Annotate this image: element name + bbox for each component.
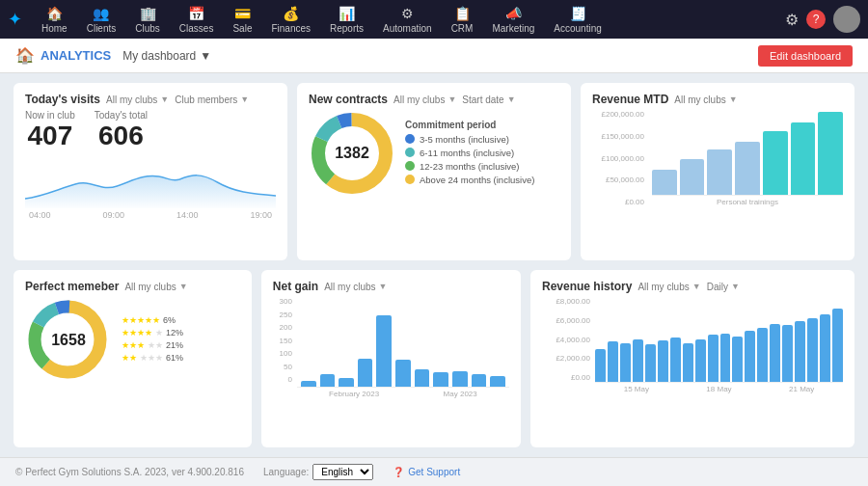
perfect-member-card: Perfect memeber All my clubs ▼ 1658 <box>14 270 252 447</box>
perfect-2star: ★★★★★ 61% <box>122 353 183 363</box>
revhist-title: Revenue history All my clubs ▼ Daily ▼ <box>542 280 843 293</box>
dropdown-arrow-icon: ▼ <box>200 49 211 63</box>
marketing-icon: 📣 <box>505 6 522 21</box>
revenue-mtd-title: Revenue MTD All my clubs ▼ <box>592 93 843 106</box>
top-row: Today's visits All my clubs ▼ Club membe… <box>14 83 854 260</box>
visits-filter[interactable]: All my clubs ▼ <box>106 94 169 105</box>
legend-item-1: 3-5 months (inclusive) <box>405 134 534 145</box>
revenue-history-card: Revenue history All my clubs ▼ Daily ▼ £… <box>530 270 854 447</box>
visits-line-chart <box>25 155 276 208</box>
nav-right-controls: ⚙ ? <box>785 6 860 33</box>
accounting-icon: 🧾 <box>570 6 586 21</box>
nav-automation[interactable]: ⚙ Automation <box>375 2 440 38</box>
clubs-icon: 🏢 <box>140 6 156 21</box>
netgain-chart-wrapper: 300 250 200 150 100 50 0 <box>273 297 509 398</box>
support-icon: ❓ <box>393 467 404 477</box>
revhist-bars <box>595 301 843 383</box>
contracts-filter2-down-icon: ▼ <box>507 94 516 104</box>
visits-filter2-down-icon: ▼ <box>240 94 249 104</box>
legend-item-3: 12-23 months (inclusive) <box>405 161 534 172</box>
revenue-mtd-card: Revenue MTD All my clubs ▼ £200,000.00 £… <box>581 83 854 260</box>
revenue-filter-down-icon: ▼ <box>729 94 738 104</box>
footer-support[interactable]: ❓ Get Support <box>393 467 460 477</box>
revhist-y-labels: £8,000.00 £6,000.00 £4,000.00 £2,000.00 … <box>542 297 592 382</box>
legend-item-4: Above 24 months (inclusive) <box>405 175 534 185</box>
netgain-title: Net gain All my clubs ▼ <box>273 280 509 293</box>
nav-home[interactable]: 🏠 Home <box>34 2 75 38</box>
reports-icon: 📊 <box>339 6 355 21</box>
contracts-filter2[interactable]: Start date ▼ <box>462 94 515 105</box>
main-content: Today's visits All my clubs ▼ Club membe… <box>0 73 868 457</box>
finances-icon: 💰 <box>283 6 299 21</box>
analytics-label: 🏠 ANALYTICS <box>15 46 111 65</box>
perfect-legend: ★★★★★ 6% ★★★★★ 12% ★★★★★ 21% ★★★★★ 61% <box>122 315 183 365</box>
perfect-donut: 1658 <box>25 297 112 384</box>
help-icon[interactable]: ? <box>806 10 826 29</box>
contracts-filter[interactable]: All my clubs ▼ <box>393 94 456 105</box>
contracts-legend: Commitment period 3-5 months (inclusive)… <box>405 120 534 188</box>
visits-filter2[interactable]: Club members ▼ <box>175 94 249 105</box>
visits-filter-down-icon: ▼ <box>160 94 169 104</box>
revenue-filter[interactable]: All my clubs ▼ <box>674 94 737 105</box>
dashboard-selector[interactable]: My dashboard ▼ <box>122 49 211 63</box>
netgain-filter-down-icon: ▼ <box>379 282 388 291</box>
revhist-filter2-down-icon: ▼ <box>731 282 740 291</box>
perfect-inner: 1658 ★★★★★ 6% ★★★★★ 12% ★★★★★ 21% <box>25 297 240 384</box>
perfect-title: Perfect memeber All my clubs ▼ <box>25 280 240 293</box>
revhist-x-labels: 15 May 18 May 21 May <box>595 385 843 393</box>
crm-icon: 📋 <box>454 6 471 21</box>
nav-classes[interactable]: 📅 Classes <box>172 2 222 38</box>
nav-marketing[interactable]: 📣 Marketing <box>484 2 542 38</box>
contracts-donut: 1382 <box>309 110 395 197</box>
visits-x-labels: 04:00 09:00 14:00 19:00 <box>25 210 276 220</box>
visits-numbers: Now in club 407 Today's total 606 <box>25 110 276 151</box>
revenue-y-labels: £200,000.00 £150,000.00 £100,000.00 £50,… <box>592 110 648 206</box>
netgain-bars <box>297 301 509 388</box>
nav-accounting[interactable]: 🧾 Accounting <box>546 2 609 38</box>
contracts-inner: 1382 Commitment period 3-5 months (inclu… <box>309 110 559 197</box>
perfect-filter-down-icon: ▼ <box>179 282 188 291</box>
revhist-filter[interactable]: All my clubs ▼ <box>637 282 700 292</box>
netgain-y-labels: 300 250 200 150 100 50 0 <box>273 297 294 384</box>
revhist-chart-wrapper: £8,000.00 £6,000.00 £4,000.00 £2,000.00 … <box>542 297 843 393</box>
classes-icon: 📅 <box>188 6 204 21</box>
edit-dashboard-button[interactable]: Edit dashboard <box>758 45 853 67</box>
perfect-3star: ★★★★★ 21% <box>122 340 183 350</box>
visits-card: Today's visits All my clubs ▼ Club membe… <box>14 83 287 260</box>
nav-crm[interactable]: 📋 CRM <box>444 2 481 38</box>
nav-clients[interactable]: 👥 Clients <box>79 2 124 38</box>
home-icon: 🏠 <box>46 6 63 21</box>
language-select[interactable]: English <box>312 464 373 480</box>
contracts-title: New contracts All my clubs ▼ Start date … <box>309 93 559 106</box>
visits-now: Now in club 407 <box>25 110 75 151</box>
contracts-total: 1382 <box>335 145 369 162</box>
net-gain-card: Net gain All my clubs ▼ 300 250 200 150 … <box>261 270 521 447</box>
nav-finances[interactable]: 💰 Finances <box>263 2 318 38</box>
contracts-card: New contracts All my clubs ▼ Start date … <box>297 83 571 260</box>
perfect-4star: ★★★★★ 12% <box>122 328 183 338</box>
revenue-chart-area: £200,000.00 £150,000.00 £100,000.00 £50,… <box>592 110 843 206</box>
user-avatar[interactable] <box>833 6 860 33</box>
clients-icon: 👥 <box>93 6 109 21</box>
logo-icon[interactable]: ✦ <box>8 9 22 30</box>
nav-clubs[interactable]: 🏢 Clubs <box>127 2 168 38</box>
automation-icon: ⚙ <box>401 6 414 21</box>
netgain-x-labels: February 2023 May 2023 <box>297 390 509 398</box>
perfect-filter[interactable]: All my clubs ▼ <box>124 282 187 292</box>
revhist-filter2[interactable]: Daily ▼ <box>707 282 740 292</box>
nav-reports[interactable]: 📊 Reports <box>322 2 371 38</box>
visits-total: Today's total 606 <box>95 110 148 151</box>
contracts-filter-down-icon: ▼ <box>448 94 456 104</box>
analytics-icon: 🏠 <box>15 46 35 65</box>
legend-item-2: 6-11 months (inclusive) <box>405 148 534 158</box>
nav-sale[interactable]: 💳 Sale <box>225 2 259 38</box>
bottom-row: Perfect memeber All my clubs ▼ 1658 <box>14 270 854 447</box>
settings-icon[interactable]: ⚙ <box>785 11 799 29</box>
revenue-bars <box>652 110 843 196</box>
revhist-filter-down-icon: ▼ <box>692 282 701 291</box>
sale-icon: 💳 <box>234 6 251 21</box>
netgain-filter[interactable]: All my clubs ▼ <box>324 282 387 292</box>
perfect-5star: ★★★★★ 6% <box>122 315 183 325</box>
top-navigation: ✦ 🏠 Home 👥 Clients 🏢 Clubs 📅 Classes 💳 S… <box>0 0 868 39</box>
revenue-x-label: Personal trainings <box>652 198 843 206</box>
